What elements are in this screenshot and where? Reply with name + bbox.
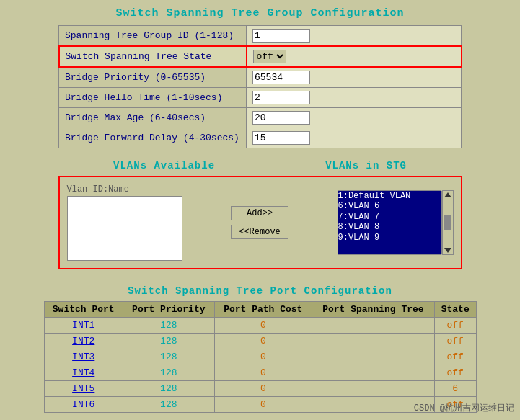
port-state-3: off: [434, 365, 476, 381]
add-remove-buttons: Add>> <<Remove: [231, 206, 288, 239]
config-label-4: Bridge Max Age (6-40secs): [59, 108, 247, 128]
port-priority-0: 128: [123, 318, 214, 334]
config-value-0[interactable]: [247, 26, 462, 47]
watermark: CSDN @杭州吉网运维日记: [414, 402, 514, 414]
config-value-2[interactable]: [247, 67, 462, 88]
config-input-0[interactable]: [252, 29, 310, 43]
config-label-3: Bridge Hello Time (1-10secs): [59, 88, 247, 108]
port-priority-4: 128: [123, 381, 214, 397]
vlans-headers: VLANs Available VLANs in STG: [58, 160, 462, 171]
port-priority-2: 128: [123, 349, 214, 365]
config-row-1: Switch Spanning Tree Stateoffon: [59, 46, 462, 67]
port-row-3: INT41280off: [44, 365, 476, 381]
port-row-4: INT512806: [44, 381, 476, 397]
port-col-header-4: State: [434, 302, 476, 318]
remove-button[interactable]: <<Remove: [231, 225, 288, 239]
config-form-table: Spanning Tree Group ID (1-128)Switch Spa…: [58, 25, 462, 148]
port-state-4: 6: [434, 381, 476, 397]
vlans-available-header: VLANs Available: [113, 160, 215, 171]
vlans-stg-header: VLANs in STG: [325, 160, 407, 171]
port-row-1: INT21280off: [44, 334, 476, 349]
state-select[interactable]: offon: [253, 50, 286, 63]
config-label-5: Bridge Forward Delay (4-30secs): [59, 128, 247, 148]
config-row-5: Bridge Forward Delay (4-30secs): [59, 128, 462, 148]
port-path-cost-5: 0: [214, 397, 312, 413]
vlans-box: Vlan ID:Name Add>> <<Remove 1:Default VL…: [58, 176, 462, 269]
config-label-0: Spanning Tree Group ID (1-128): [59, 26, 247, 47]
config-input-2[interactable]: [252, 71, 310, 84]
vlan-available-list-header: Vlan ID:Name: [67, 184, 182, 195]
config-label-1: Switch Spanning Tree State: [59, 46, 247, 67]
port-name-4[interactable]: INT5: [44, 381, 123, 397]
port-name-2[interactable]: INT3: [44, 349, 123, 365]
config-value-3[interactable]: [247, 88, 462, 108]
port-row-2: INT31280off: [44, 349, 476, 365]
port-row-0: INT11280off: [44, 318, 476, 334]
config-input-5[interactable]: [252, 131, 310, 145]
vlan-available-panel: Vlan ID:Name: [67, 184, 182, 261]
port-col-header-3: Port Spanning Tree: [312, 302, 434, 318]
config-input-4[interactable]: [252, 111, 310, 125]
port-state-0: off: [434, 318, 476, 334]
port-col-header-2: Port Path Cost: [214, 302, 312, 318]
vlans-section: VLANs Available VLANs in STG Vlan ID:Nam…: [58, 160, 462, 269]
port-state-2: off: [434, 349, 476, 365]
port-spanning-tree-2: [312, 349, 434, 365]
port-config-table: Switch PortPort PriorityPort Path CostPo…: [44, 301, 477, 413]
config-value-5[interactable]: [247, 128, 462, 148]
port-priority-5: 128: [123, 397, 214, 413]
port-name-3[interactable]: INT4: [44, 365, 123, 381]
config-value-1[interactable]: offon: [247, 46, 462, 67]
port-path-cost-1: 0: [214, 334, 312, 349]
port-config-title: Switch Spanning Tree Port Configuration: [0, 280, 520, 301]
config-row-4: Bridge Max Age (6-40secs): [59, 108, 462, 128]
port-path-cost-2: 0: [214, 349, 312, 365]
vlan-stg-list[interactable]: 1:Default VLAN6:VLAN 67:VLAN 78:VLAN 89:…: [338, 190, 442, 255]
port-name-1[interactable]: INT2: [44, 334, 123, 349]
vlan-stg-container: 1:Default VLAN6:VLAN 67:VLAN 78:VLAN 89:…: [338, 190, 454, 255]
config-row-3: Bridge Hello Time (1-10secs): [59, 88, 462, 108]
config-row-2: Bridge Priority (0-65535): [59, 67, 462, 88]
scroll-up-arrow[interactable]: [444, 192, 451, 197]
page-title: Switch Spanning Tree Group Configuration: [0, 0, 520, 25]
config-label-2: Bridge Priority (0-65535): [59, 67, 247, 88]
port-state-1: off: [434, 334, 476, 349]
add-button[interactable]: Add>>: [231, 206, 288, 220]
port-spanning-tree-3: [312, 365, 434, 381]
port-name-5[interactable]: INT6: [44, 397, 123, 413]
scroll-thumb[interactable]: [444, 215, 451, 230]
port-col-header-1: Port Priority: [123, 302, 214, 318]
port-spanning-tree-0: [312, 318, 434, 334]
scroll-down-arrow[interactable]: [444, 248, 451, 253]
port-priority-3: 128: [123, 365, 214, 381]
port-spanning-tree-1: [312, 334, 434, 349]
port-spanning-tree-4: [312, 381, 434, 397]
config-value-4[interactable]: [247, 108, 462, 128]
port-path-cost-3: 0: [214, 365, 312, 381]
port-row-5: INT61280off: [44, 397, 476, 413]
vlan-available-list[interactable]: [67, 196, 182, 261]
vlan-scrollbar: [442, 190, 454, 255]
port-path-cost-0: 0: [214, 318, 312, 334]
config-input-3[interactable]: [252, 91, 310, 104]
port-col-header-0: Switch Port: [44, 302, 123, 318]
port-priority-1: 128: [123, 334, 214, 349]
port-path-cost-4: 0: [214, 381, 312, 397]
port-name-0[interactable]: INT1: [44, 318, 123, 334]
config-row-0: Spanning Tree Group ID (1-128): [59, 26, 462, 47]
